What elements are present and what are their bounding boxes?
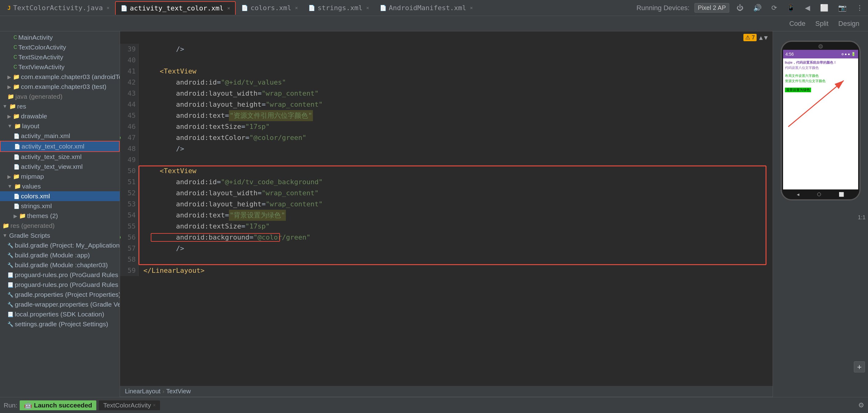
sidebar-item-activity-text-view[interactable]: 📄 activity_text_view.xml xyxy=(0,162,120,171)
code-line-43: android:layout_width="wrap_content" xyxy=(144,88,768,99)
device-name[interactable]: Pixel 2 AP xyxy=(694,3,729,12)
sidebar-item-gradle[interactable]: Gradle Scripts xyxy=(0,231,120,241)
sidebar-label-layout: layout xyxy=(22,122,39,130)
sidebar-item-java-gen[interactable]: 📁 java (generated) xyxy=(0,92,120,101)
breadcrumb-linearlayout[interactable]: LinearLayout xyxy=(125,388,161,395)
line-42: 42 xyxy=(122,77,136,88)
sidebar-label-proguard-ch03: proguard-rules.pro (ProGuard Rules for '… xyxy=(15,281,120,288)
sidebar-label-local-props: local.properties (SDK Location) xyxy=(15,311,104,318)
arrow-layout xyxy=(7,123,12,129)
split-view-btn[interactable]: Split xyxy=(813,19,831,29)
phone-line2: 资源文件引用六位文字颜色 xyxy=(785,79,856,83)
sidebar-item-gradle-props[interactable]: 🔧 gradle.properties (Project Properties) xyxy=(0,290,120,299)
sidebar-item-mipmap[interactable]: 📁 mipmap xyxy=(0,171,120,182)
code-line-55: android:textSize="17sp" xyxy=(144,221,768,232)
tab-manifest[interactable]: 📄 AndroidManifest.xml × xyxy=(375,1,478,15)
sidebar-item-text-view-activity[interactable]: C TextViewActivity xyxy=(0,62,120,72)
sidebar-item-colors-xml[interactable]: 📄 colors.xml xyxy=(0,191,120,201)
sidebar-item-com-test[interactable]: 📁 com.example.chapter03 (test) xyxy=(0,82,120,92)
sidebar-item-values[interactable]: 📁 values xyxy=(0,182,120,191)
sidebar-item-res-gen[interactable]: 📁 res (generated) xyxy=(0,221,120,231)
sidebar-item-activity-main[interactable]: 📄 activity_main.xml xyxy=(0,131,120,141)
sidebar-item-build-gradle-app[interactable]: 🔧 build.gradle (Module :app) xyxy=(0,250,120,260)
line-indicator-47 xyxy=(120,136,121,139)
tab-java-close[interactable]: × xyxy=(106,5,110,11)
code-line-57: /> xyxy=(144,243,768,254)
more-btn[interactable]: ⋮ xyxy=(854,3,866,13)
volume-btn[interactable]: 🔊 xyxy=(751,3,764,13)
power-btn[interactable]: ⏻ xyxy=(734,3,746,13)
warning-nav-up[interactable]: ▲ xyxy=(759,34,763,41)
home-btn[interactable]: ⬜ xyxy=(817,3,831,13)
xml-strings-icon: 📄 xyxy=(308,5,315,11)
sidebar-item-drawable[interactable]: 📁 drawable xyxy=(0,111,120,121)
sidebar-item-activity-text-color[interactable]: 📄 activity_text_color.xml xyxy=(0,141,120,152)
tab-close-color[interactable]: × xyxy=(153,403,156,408)
line-41: 41 xyxy=(122,66,136,77)
tab-strings-close[interactable]: × xyxy=(366,5,369,11)
sidebar-item-text-size-activity[interactable]: C TextSizeActivity xyxy=(0,52,120,62)
sidebar-label-res-gen: res (generated) xyxy=(10,222,55,229)
code-line-40 xyxy=(144,55,768,66)
phone-recents-icon[interactable]: ⬜ xyxy=(839,192,844,197)
tab-colors-close[interactable]: × xyxy=(295,5,298,11)
line-49: 49 xyxy=(122,154,136,165)
tab-xml-close[interactable]: × xyxy=(227,5,230,11)
sidebar-item-layout[interactable]: 📁 layout xyxy=(0,121,120,131)
phone-btn[interactable]: 📱 xyxy=(784,3,798,13)
sidebar-item-themes[interactable]: 📁 themes (2) xyxy=(0,211,120,221)
xml-file-icon: 📄 xyxy=(13,133,20,139)
line-45: 45 xyxy=(122,110,136,121)
code-area[interactable]: /> <TextView android:id="@+id/tv_values"… xyxy=(138,44,773,276)
line-39: 39 xyxy=(122,44,136,55)
phone-home-icon[interactable] xyxy=(817,192,821,196)
breadcrumb-separator: › xyxy=(162,388,165,395)
text-color-activity-tab[interactable]: TextColorActivity × xyxy=(99,401,160,410)
sidebar-item-strings-xml[interactable]: 📄 strings.xml xyxy=(0,201,120,211)
back-btn[interactable]: ◀ xyxy=(802,3,813,13)
sidebar-item-build-gradle-proj[interactable]: 🔧 build.gradle (Project: My_Application) xyxy=(0,241,120,250)
phone-camera xyxy=(818,44,823,49)
sidebar-item-res[interactable]: 📁 res xyxy=(0,101,120,111)
sidebar-item-local-props[interactable]: 📃 local.properties (SDK Location) xyxy=(0,309,120,319)
folder-icon2: 📁 xyxy=(13,83,20,90)
launch-succeeded-tab[interactable]: 🤖 Launch succeeded xyxy=(20,401,96,410)
rotate-btn[interactable]: ⟳ xyxy=(769,3,779,13)
phone-back-icon[interactable]: ◀ xyxy=(797,192,799,197)
camera-btn[interactable]: 📷 xyxy=(836,3,849,13)
warning-nav-down[interactable]: ▼ xyxy=(764,34,768,41)
code-view[interactable]: 39 40 41 42 43 44 45 46 47 48 49 50 51 xyxy=(120,44,773,276)
status-settings-icon[interactable]: ⚙ xyxy=(858,401,864,409)
tab-xml-color[interactable]: 📄 activity_text_color.xml × xyxy=(115,1,236,15)
sidebar-label-com-test: com.example.chapter03 (test) xyxy=(21,83,106,90)
sidebar-label-values: values xyxy=(22,183,41,190)
line-59: 59 xyxy=(122,265,136,276)
tab-strings[interactable]: 📄 strings.xml × xyxy=(303,1,374,15)
tab-java[interactable]: J TextColorActivity.java × xyxy=(2,1,115,15)
design-view-btn[interactable]: Design xyxy=(836,19,862,29)
tab-manifest-close[interactable]: × xyxy=(470,5,473,11)
code-view-btn[interactable]: Code xyxy=(787,19,808,29)
tab-colors[interactable]: 📄 colors.xml × xyxy=(236,1,303,15)
sidebar-item-build-gradle-ch03[interactable]: 🔧 build.gradle (Module :chapter03) xyxy=(0,260,120,270)
phone-app-title: liujie，代码设置系统自带的颜色！ xyxy=(785,60,856,65)
sidebar-item-settings-gradle[interactable]: 🔧 settings.gradle (Project Settings) xyxy=(0,319,120,329)
breadcrumb-textview[interactable]: TextView xyxy=(166,388,191,395)
sidebar-item-main-activity[interactable]: C MainActivity xyxy=(0,33,120,42)
breadcrumb: LinearLayout › TextView xyxy=(120,386,773,397)
sidebar-item-text-color-activity[interactable]: C TextColorActivity xyxy=(0,42,120,52)
sidebar-item-activity-text-size[interactable]: 📄 activity_text_size.xml xyxy=(0,152,120,162)
sidebar-item-proguard-ch03[interactable]: 📃 proguard-rules.pro (ProGuard Rules for… xyxy=(0,280,120,290)
code-line-52: android:layout_width="wrap_content" xyxy=(144,188,768,199)
sidebar-label-colors: colors.xml xyxy=(21,192,50,200)
sidebar-item-gradle-wrapper[interactable]: 🔧 gradle-wrapper.properties (Gradle Vers… xyxy=(0,299,120,309)
code-line-54: android:text="背景设置为绿色" xyxy=(144,210,768,221)
phone-status-bar: 4:56 ⚙ ▪ ▪ 🔋 xyxy=(783,50,858,58)
phone-nav-bar: ◀ ⬜ xyxy=(782,189,859,199)
sidebar-item-com-android[interactable]: 📁 com.example.chapter03 (androidTest) xyxy=(0,72,120,82)
sidebar-item-proguard-app[interactable]: 📃 proguard-rules.pro (ProGuard Rules for… xyxy=(0,270,120,280)
plus-button[interactable]: + xyxy=(854,361,865,372)
code-line-45: android:text="资源文件引用六位字颜色" xyxy=(144,110,768,121)
code-line-41: <TextView xyxy=(144,66,768,77)
line-44: 44 xyxy=(122,99,136,110)
